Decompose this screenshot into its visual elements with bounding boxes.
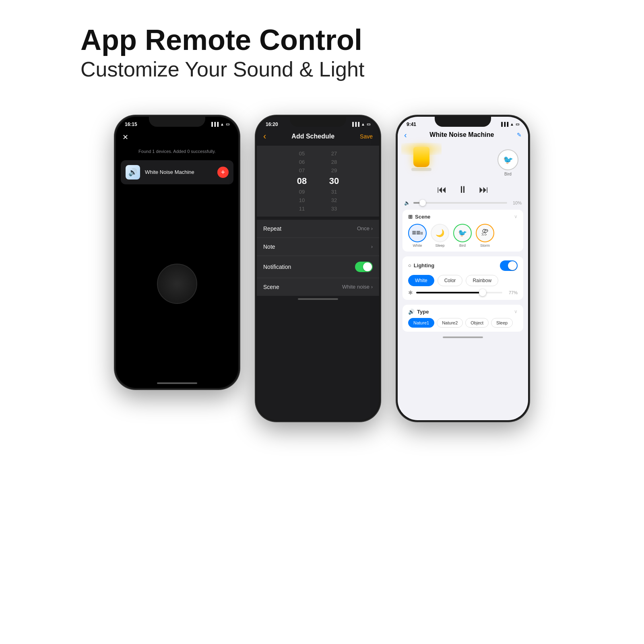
lamp-base bbox=[411, 168, 431, 171]
notification-toggle[interactable] bbox=[355, 262, 373, 272]
main-subtitle: Customize Your Sound & Light bbox=[80, 56, 564, 83]
home-bar bbox=[257, 296, 379, 304]
playback-controls: ⏮ ⏸ ⏭ bbox=[398, 182, 528, 198]
sleep-button[interactable]: Sleep bbox=[491, 318, 513, 328]
scene-item-white[interactable]: ≡≡||| White bbox=[408, 224, 427, 248]
nature2-button[interactable]: Nature2 bbox=[437, 318, 463, 328]
minutes-column[interactable]: 27 28 29 30 31 32 33 bbox=[318, 150, 350, 213]
lighting-buttons: White Color Rainbow bbox=[408, 275, 518, 286]
white-button[interactable]: White bbox=[408, 275, 434, 286]
lamp-area: 🐦 Bird bbox=[398, 143, 528, 182]
lighting-toggle[interactable] bbox=[500, 260, 518, 271]
add-device-button[interactable]: + bbox=[217, 167, 229, 178]
phone3: 9:41 ▐▐▐ ▲ ▭ ‹ White Noise Machine ✎ bbox=[396, 116, 529, 421]
back-button[interactable]: ‹ bbox=[404, 130, 407, 140]
time-item: 06 bbox=[299, 158, 305, 166]
main-title: App Remote Control bbox=[80, 24, 564, 56]
color-button[interactable]: Color bbox=[438, 275, 463, 286]
prev-button[interactable]: ⏮ bbox=[437, 184, 447, 195]
phone1-screen: 16:15 ▐▐▐ ▲ ▭ ✕ Found 1 devices. Added 0… bbox=[116, 117, 238, 388]
time-item: 10 bbox=[299, 196, 305, 204]
time-item: 27 bbox=[331, 150, 337, 157]
time-item: 11 bbox=[299, 205, 305, 213]
phone3-screen: 9:41 ▐▐▐ ▲ ▭ ‹ White Noise Machine ✎ bbox=[398, 117, 528, 420]
time-item-selected: 30 bbox=[329, 175, 339, 187]
time-item: 28 bbox=[331, 158, 337, 166]
brightness-thumb[interactable] bbox=[479, 289, 486, 296]
scene-section-title: ⊞ Scene bbox=[408, 214, 430, 220]
scene-item-sleep[interactable]: 🌙 Sleep bbox=[431, 224, 449, 248]
signal-icon: ▐▐▐ bbox=[351, 122, 359, 126]
home-bar bbox=[116, 380, 238, 388]
note-label: Note bbox=[263, 244, 275, 250]
chevron-right-icon: › bbox=[371, 284, 373, 290]
brightness-icon: ✱ bbox=[408, 289, 413, 296]
device-icon: 🔊 bbox=[126, 165, 140, 180]
type-card: 🔊 Type ∨ Nature1 Nature2 Object Sleep bbox=[402, 305, 523, 332]
time-item: 33 bbox=[331, 205, 337, 213]
hours-column[interactable]: 05 06 07 08 09 10 11 bbox=[286, 150, 318, 213]
object-button[interactable]: Object bbox=[465, 318, 489, 328]
phone2-title: Add Schedule bbox=[291, 133, 334, 140]
scene-value: White noise › bbox=[342, 284, 373, 290]
phone1-header: ✕ bbox=[116, 129, 238, 146]
edit-button[interactable]: ✎ bbox=[517, 132, 522, 138]
phone3-time: 9:41 bbox=[407, 122, 416, 127]
wifi-icon: ▲ bbox=[361, 122, 365, 126]
brightness-fill bbox=[416, 292, 483, 293]
phone2-screen: 16:20 ▐▐▐ ▲ ▭ ‹ Add Schedule Save 05 06 … bbox=[257, 117, 379, 420]
phone1-time: 16:15 bbox=[125, 122, 137, 127]
phone1-status-bar: 16:15 ▐▐▐ ▲ ▭ bbox=[116, 117, 238, 129]
scene-grid-icon: ⊞ bbox=[408, 214, 413, 220]
dark-area bbox=[116, 188, 238, 380]
battery-icon: ▭ bbox=[226, 122, 229, 126]
phone3-title: White Noise Machine bbox=[429, 131, 494, 138]
volume-slider[interactable] bbox=[413, 202, 507, 204]
found-text: Found 1 devices. Added 0 successfully. bbox=[116, 146, 238, 157]
lighting-left: ○ Lighting bbox=[408, 262, 434, 268]
scene-label: Scene bbox=[415, 214, 430, 220]
home-bar bbox=[398, 334, 528, 342]
scene-icon-sleep: 🌙 bbox=[431, 224, 449, 242]
scene-icon-label: Sleep bbox=[435, 244, 444, 248]
scene-icon-white: ≡≡||| bbox=[408, 224, 427, 242]
chevron-right-icon: › bbox=[371, 244, 373, 250]
note-value: › bbox=[371, 244, 373, 250]
brightness-row: ✱ 77% bbox=[408, 289, 518, 296]
save-button[interactable]: Save bbox=[360, 133, 373, 140]
volume-thumb[interactable] bbox=[419, 200, 426, 206]
phone1: 16:15 ▐▐▐ ▲ ▭ ✕ Found 1 devices. Added 0… bbox=[115, 116, 239, 389]
scene-row[interactable]: Scene White noise › bbox=[257, 278, 379, 296]
repeat-row[interactable]: Repeat Once › bbox=[257, 220, 379, 238]
close-icon[interactable]: ✕ bbox=[122, 133, 128, 142]
lamp-body bbox=[413, 147, 429, 167]
volume-row: 🔈 10% bbox=[398, 198, 528, 207]
repeat-value: Once › bbox=[357, 225, 373, 231]
brightness-pct: 77% bbox=[506, 290, 518, 295]
scene-icon-storm: ⛈ bbox=[476, 224, 494, 242]
note-row[interactable]: Note › bbox=[257, 238, 379, 256]
scene-section-header: ⊞ Scene ∨ bbox=[408, 214, 518, 220]
time-item: 29 bbox=[331, 167, 337, 174]
back-button[interactable]: ‹ bbox=[263, 131, 266, 142]
lighting-bulb-icon: ○ bbox=[408, 262, 411, 268]
rainbow-button[interactable]: Rainbow bbox=[466, 275, 498, 286]
pause-button[interactable]: ⏸ bbox=[458, 184, 468, 195]
phone3-status-icons: ▐▐▐ ▲ ▭ bbox=[500, 122, 519, 126]
device-row: 🔊 White Noise Machine + bbox=[121, 160, 233, 184]
scene-label: Scene bbox=[263, 284, 279, 290]
home-bar-line bbox=[157, 382, 197, 384]
phone3-nav: ‹ White Noise Machine ✎ bbox=[398, 129, 528, 143]
wifi-icon: ▲ bbox=[220, 122, 224, 126]
phone2: 16:20 ▐▐▐ ▲ ▭ ‹ Add Schedule Save 05 06 … bbox=[256, 116, 380, 421]
next-button[interactable]: ⏭ bbox=[479, 184, 489, 195]
signal-icon: ▐▐▐ bbox=[210, 122, 219, 126]
scene-item-bird[interactable]: 🐦 Bird bbox=[453, 224, 472, 248]
nature1-button[interactable]: Nature1 bbox=[408, 318, 434, 328]
scene-item-storm[interactable]: ⛈ Storm bbox=[476, 224, 494, 248]
signal-icon: ▐▐▐ bbox=[500, 122, 508, 126]
brightness-slider[interactable] bbox=[416, 292, 502, 293]
home-bar-line bbox=[443, 336, 483, 338]
time-picker[interactable]: 05 06 07 08 09 10 11 27 28 29 30 31 32 3… bbox=[257, 146, 379, 217]
scene-icons-row: ≡≡||| White 🌙 Sleep 🐦 Bird ⛈ Storm bbox=[408, 224, 518, 248]
